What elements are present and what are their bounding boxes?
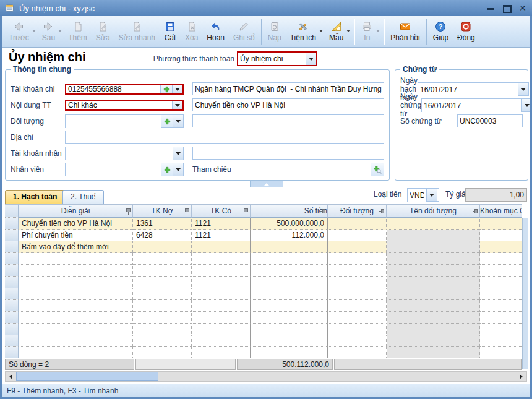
cell-dien_giai[interactable] bbox=[19, 335, 133, 347]
cell-khoan_muc[interactable] bbox=[480, 324, 522, 335]
grid-empty-row[interactable] bbox=[5, 300, 527, 312]
horizontal-scrollbar[interactable] bbox=[5, 371, 527, 382]
grid-empty-row[interactable] bbox=[5, 324, 527, 335]
employee-combo[interactable] bbox=[65, 163, 184, 176]
receive-bank-input[interactable] bbox=[192, 147, 384, 160]
cell-khoan_muc[interactable] bbox=[480, 230, 522, 241]
grid-empty-row[interactable] bbox=[5, 253, 527, 265]
add-item-button[interactable] bbox=[161, 115, 173, 127]
cell-khoan_muc[interactable] bbox=[480, 253, 522, 265]
employee-input[interactable] bbox=[66, 163, 161, 176]
cell-ten_doi_tuong[interactable] bbox=[387, 218, 480, 230]
payment-method-value[interactable] bbox=[238, 53, 306, 65]
cell-dien_giai[interactable]: Bấm vào đây để thêm mới bbox=[19, 241, 133, 253]
partner-input[interactable] bbox=[66, 115, 161, 128]
cell-tk_co[interactable] bbox=[192, 300, 251, 312]
close-button[interactable]: ✕ bbox=[518, 4, 527, 12]
col-header-ten_doi_tuong[interactable]: Tên đối tượng bbox=[387, 204, 480, 218]
quick-edit-button[interactable]: Sửa nhanh bbox=[114, 16, 160, 47]
grid-empty-row[interactable] bbox=[5, 288, 527, 300]
cell-ten_doi_tuong[interactable] bbox=[387, 277, 480, 288]
posting-date-input[interactable] bbox=[418, 83, 518, 96]
grid-empty-row[interactable] bbox=[5, 265, 527, 277]
cell-doi_tuong[interactable] bbox=[328, 277, 387, 288]
chevron-down-icon[interactable] bbox=[172, 101, 182, 109]
cell-ten_doi_tuong[interactable] bbox=[387, 324, 480, 335]
row-indicator[interactable] bbox=[5, 347, 19, 358]
cell-tk_no[interactable] bbox=[133, 335, 192, 347]
cell-doi_tuong[interactable] bbox=[328, 241, 387, 253]
chevron-down-icon[interactable] bbox=[426, 189, 437, 201]
cell-tk_co[interactable]: 1121 bbox=[192, 218, 251, 230]
cell-dien_giai[interactable] bbox=[19, 265, 133, 277]
chevron-down-icon[interactable] bbox=[58, 30, 62, 34]
scrollbar-thumb[interactable] bbox=[16, 372, 158, 381]
cell-tk_co[interactable] bbox=[192, 277, 251, 288]
col-header-dien_giai[interactable]: Diễn giải bbox=[19, 204, 133, 218]
grid-empty-row[interactable] bbox=[5, 312, 527, 324]
row-indicator[interactable] bbox=[5, 230, 19, 241]
tab-hach-toan[interactable]: 1. Hạch toán bbox=[5, 190, 65, 204]
cell-dien_giai[interactable]: Phí chuyển tiền bbox=[19, 230, 133, 241]
scroll-right-arrow[interactable] bbox=[517, 372, 526, 381]
cell-dien_giai[interactable] bbox=[19, 347, 133, 358]
cell-khoan_muc[interactable] bbox=[480, 241, 522, 253]
col-header-doi_tuong[interactable]: Đối tượng bbox=[328, 204, 387, 218]
debit-account-combo[interactable] bbox=[65, 84, 184, 95]
grid-empty-row[interactable] bbox=[5, 347, 527, 358]
back-button[interactable]: Trước bbox=[4, 16, 38, 47]
document-number-field[interactable] bbox=[457, 114, 523, 128]
utilities-button[interactable]: Tiện ích bbox=[286, 16, 325, 47]
cell-doi_tuong[interactable] bbox=[328, 324, 387, 335]
print-button[interactable]: In bbox=[356, 16, 382, 47]
cell-so_tien[interactable] bbox=[251, 277, 328, 288]
pin-icon[interactable] bbox=[320, 208, 325, 215]
collapse-splitter[interactable] bbox=[250, 181, 283, 187]
cell-tk_co[interactable] bbox=[192, 335, 251, 347]
debit-account-input[interactable] bbox=[66, 85, 160, 93]
cell-so_tien[interactable] bbox=[251, 265, 328, 277]
title-bar[interactable]: Ủy nhiệm chi - xyzjsc ✕ bbox=[0, 0, 532, 16]
cell-tk_no[interactable] bbox=[133, 253, 192, 265]
grid-row[interactable]: Phí chuyển tiền64281121112.000,0 bbox=[5, 230, 527, 241]
cell-tk_co[interactable] bbox=[192, 253, 251, 265]
scroll-left-arrow[interactable] bbox=[6, 372, 15, 381]
cell-khoan_muc[interactable] bbox=[480, 288, 522, 300]
cell-so_tien[interactable] bbox=[251, 312, 328, 324]
receive-bank-field[interactable] bbox=[192, 147, 384, 160]
cell-doi_tuong[interactable] bbox=[328, 230, 387, 241]
edit-button[interactable]: Sửa bbox=[92, 16, 114, 47]
reference-lookup-button[interactable] bbox=[371, 163, 384, 176]
cell-tk_co[interactable] bbox=[192, 312, 251, 324]
cell-ten_doi_tuong[interactable] bbox=[387, 347, 480, 358]
cell-tk_no[interactable] bbox=[133, 241, 192, 253]
cell-tk_no[interactable] bbox=[133, 300, 192, 312]
grid-row[interactable]: Chuyển tiền cho VP Hà Nội13611121500.000… bbox=[5, 218, 527, 230]
cell-khoan_muc[interactable] bbox=[480, 265, 522, 277]
cell-doi_tuong[interactable] bbox=[328, 265, 387, 277]
grid-empty-row[interactable] bbox=[5, 335, 527, 347]
cell-tk_no[interactable]: 1361 bbox=[133, 218, 192, 230]
cell-so_tien[interactable] bbox=[251, 324, 328, 335]
row-indicator[interactable] bbox=[5, 277, 19, 288]
cell-tk_no[interactable] bbox=[133, 265, 192, 277]
forward-button[interactable]: Sau bbox=[38, 16, 64, 47]
row-indicator[interactable] bbox=[5, 265, 19, 277]
cell-tk_co[interactable] bbox=[192, 265, 251, 277]
col-header-khoan_muc[interactable]: Khoản mục C bbox=[480, 204, 522, 218]
chevron-down-icon[interactable] bbox=[376, 30, 380, 34]
chevron-down-icon[interactable] bbox=[306, 53, 316, 65]
col-header-tk_no[interactable]: TK Nợ bbox=[133, 204, 192, 218]
chevron-down-icon[interactable] bbox=[521, 99, 530, 111]
cell-dien_giai[interactable] bbox=[19, 277, 133, 288]
cell-ten_doi_tuong[interactable] bbox=[387, 335, 480, 347]
cell-doi_tuong[interactable] bbox=[328, 253, 387, 265]
cell-khoan_muc[interactable] bbox=[480, 300, 522, 312]
chevron-down-icon[interactable] bbox=[32, 30, 36, 34]
payment-method-combo[interactable] bbox=[237, 51, 317, 66]
feedback-button[interactable]: Phản hồi bbox=[386, 16, 424, 47]
cell-so_tien[interactable]: 112.000,0 bbox=[251, 230, 328, 241]
cell-dien_giai[interactable] bbox=[19, 288, 133, 300]
cell-tk_no[interactable] bbox=[133, 277, 192, 288]
reload-button[interactable]: Nạp bbox=[264, 16, 286, 47]
